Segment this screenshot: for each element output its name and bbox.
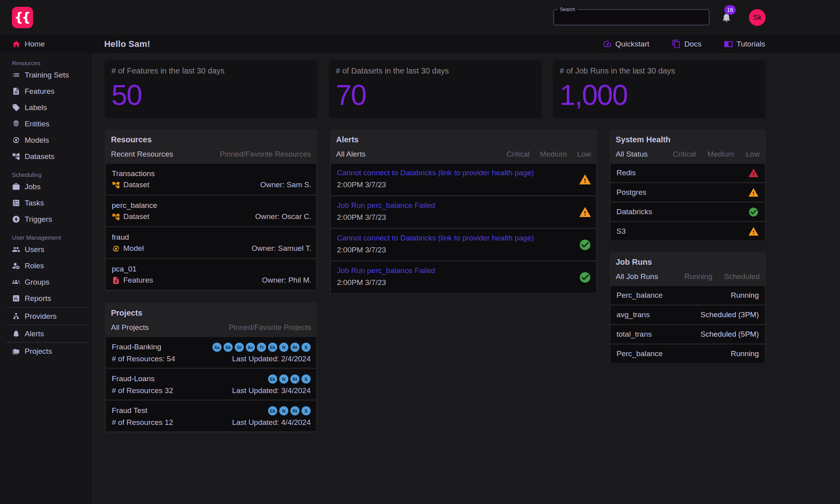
job-run-row: avg_trans Scheduled (3PM) [611, 306, 765, 324]
sidebar-item-alerts[interactable]: Alerts [0, 326, 93, 341]
featureform-logo[interactable]: {{ [12, 7, 33, 28]
alert-link[interactable]: Cannot connect to Databricks (link to pr… [337, 233, 589, 243]
section-label-scheduling: Scheduling [0, 171, 93, 178]
sidebar-item-tasks[interactable]: Tasks [0, 195, 93, 211]
health-row: Databricks [611, 203, 765, 221]
sidebar-item-models[interactable]: Models [0, 132, 93, 148]
alerts-panel-header: Alerts All Alerts Critical Medium Low [330, 129, 597, 163]
filter-running[interactable]: Running [684, 272, 712, 281]
alerts-list: Cannot connect to Databricks (link to pr… [330, 163, 597, 294]
job-status: Running [731, 349, 759, 358]
sidebar-item-users[interactable]: Users [0, 241, 93, 258]
panel-title: System Health [616, 135, 760, 144]
health-status-icon [748, 187, 759, 198]
document-icon [12, 87, 20, 95]
sidebar-item-reports[interactable]: Reports [0, 290, 93, 306]
tab-all-job-runs[interactable]: All Job Runs [616, 272, 658, 281]
sidebar: Resources Training Sets Features Labels … [0, 53, 93, 504]
sidebar-item-labels[interactable]: Labels [0, 99, 93, 116]
filter-medium[interactable]: Medium [708, 150, 735, 159]
docs-link[interactable]: Docs [672, 39, 702, 48]
model-training-icon [12, 136, 20, 144]
alert-row: Cannot connect to Databricks (link to pr… [331, 229, 596, 260]
filter-critical[interactable]: Critical [673, 150, 696, 159]
job-status: Running [731, 291, 759, 300]
sidebar-item-features[interactable]: Features [0, 83, 93, 99]
tutorials-label: Tutorials [737, 40, 765, 48]
sidebar-item-entities[interactable]: Entities [0, 116, 93, 132]
resource-row[interactable]: perc_balance Dataset Owner: Oscar C. [106, 196, 316, 226]
logo-braces-icon: {{ [14, 10, 29, 25]
home-icon [12, 40, 21, 48]
section-label-resources: Resources [0, 60, 93, 67]
resource-owner: Owner: Samuel T. [251, 244, 311, 253]
tutorials-link[interactable]: Tutorials [724, 39, 765, 48]
people-icon [12, 245, 20, 254]
projects-list: Fraud-Banking Ss Sk Dl Ac Tt Ek N Rt S #… [105, 336, 317, 432]
sidebar-item-jobs[interactable]: Jobs [0, 178, 93, 195]
filter-low[interactable]: Low [746, 150, 760, 159]
alert-link[interactable]: Job Run perc_balance Failed [337, 201, 589, 210]
avatar: Sk [224, 343, 233, 352]
jobs-panel-header: Job Runs All Job Runs Running Scheduled [609, 252, 766, 285]
projects-panel-header: Projects All Projects Pinned/Favorite Pr… [105, 302, 317, 336]
fingerprint-icon [12, 120, 20, 128]
resources-panel: Resources Recent Resources Pinned/Favori… [105, 129, 317, 291]
sidebar-divider [6, 307, 88, 308]
resource-row[interactable]: fraud Model Owner: Samuel T. [106, 227, 316, 258]
search-field[interactable]: Search [553, 8, 710, 25]
alert-link[interactable]: Job Run perc_balance Failed [337, 266, 589, 275]
alert-link[interactable]: Cannot connect to Databricks (link to pr… [337, 168, 589, 178]
avatar: Tt [257, 343, 266, 352]
panel-title: Alerts [336, 135, 591, 144]
sidebar-divider [6, 325, 88, 325]
briefcase-icon [12, 182, 20, 191]
member-avatars: Ek N Rt S [268, 374, 311, 384]
avatar: Ss [212, 343, 222, 352]
user-avatar[interactable]: Sk [749, 9, 766, 26]
tab-all-projects[interactable]: All Projects [111, 323, 149, 332]
tab-all-status[interactable]: All Status [616, 150, 648, 159]
sidebar-item-training-sets[interactable]: Training Sets [0, 67, 93, 83]
stat-card-datasets: # of Datasets in the last 30 days 70 [329, 60, 542, 118]
tab-all-alerts[interactable]: All Alerts [336, 150, 366, 159]
tab-recent-resources[interactable]: Recent Resources [111, 150, 173, 159]
sidebar-item-datasets[interactable]: Datasets [0, 148, 93, 165]
sidebar-item-providers[interactable]: Providers [0, 308, 93, 324]
job-runs-list: Perc_balance Running avg_trans Scheduled… [609, 285, 766, 364]
sidebar-item-projects[interactable]: Projects [0, 343, 93, 359]
tab-pinned-resources[interactable]: Pinned/Favorite Resources [220, 150, 311, 159]
stat-value: 70 [336, 81, 535, 109]
search-input[interactable] [554, 10, 709, 21]
section-label-user-management: User Management [0, 234, 93, 241]
stat-title: # of Features in the last 30 days [111, 66, 311, 76]
filter-critical[interactable]: Critical [507, 150, 530, 159]
topbar: {{ Search 16 Sk [0, 0, 840, 35]
sidebar-item-groups[interactable]: Groups [0, 274, 93, 290]
avatar: N [279, 343, 288, 352]
home-label: Home [25, 40, 45, 48]
project-row[interactable]: Fraud-Loans Ek N Rt S # of Resources 32 … [106, 369, 316, 399]
tab-pinned-projects[interactable]: Pinned/Favorite Projects [229, 323, 311, 332]
quickstart-link[interactable]: Quickstart [603, 39, 649, 48]
sidebar-item-home[interactable]: Home [0, 35, 93, 53]
alert-row: Cannot connect to Databricks (link to pr… [331, 164, 596, 195]
project-row[interactable]: Fraud Test Ek N Rt S # of Resources 12 L… [106, 401, 316, 431]
resource-row[interactable]: Transactions Dataset Owner: Sam S. [106, 164, 316, 194]
project-row[interactable]: Fraud-Banking Ss Sk Dl Ac Tt Ek N Rt S #… [106, 337, 316, 368]
filter-medium[interactable]: Medium [540, 150, 567, 159]
filter-scheduled[interactable]: Scheduled [724, 272, 760, 281]
stat-value: 1,000 [560, 81, 759, 109]
health-status-icon [748, 207, 759, 217]
sidebar-item-triggers[interactable]: Triggers [0, 211, 93, 227]
avatar: Rt [290, 374, 299, 384]
notifications-button[interactable]: 16 [717, 3, 739, 26]
filter-low[interactable]: Low [577, 150, 591, 159]
avatar: S [301, 374, 311, 384]
resource-owner: Owner: Sam S. [260, 180, 311, 189]
resource-row[interactable]: pca_01 Features Owner: Phil M. [106, 259, 316, 290]
alert-status-icon [579, 173, 591, 186]
alert-row: Job Run perc_balance Failed 2:00PM 3/7/2… [331, 262, 596, 293]
job-run-row: Perc_balance Running [611, 345, 765, 363]
sidebar-item-roles[interactable]: Roles [0, 258, 93, 274]
